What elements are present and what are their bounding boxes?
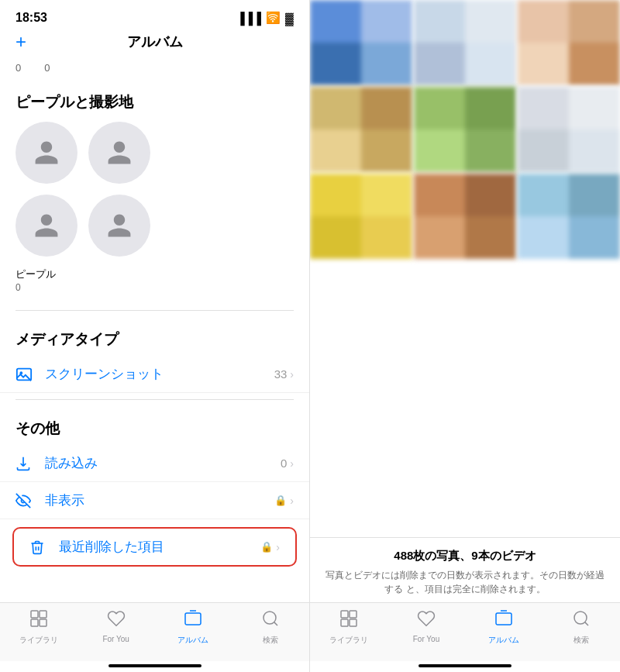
chevron-icon-hidden: ›	[290, 495, 294, 507]
screenshot-count: 33	[274, 367, 288, 381]
info-section: 488枚の写真、9本のビデオ 写真とビデオには削除までの日数が表示されます。その…	[310, 537, 620, 602]
hidden-right: 🔒 ›	[274, 495, 294, 507]
tab-library-right[interactable]: ライブラリ	[310, 609, 388, 646]
status-time: 18:53	[16, 11, 47, 25]
svg-rect-13	[350, 619, 356, 626]
status-bar: 18:53 ▐▐▐ 🛜 ▓	[0, 0, 309, 29]
screenshot-right: 33 ›	[274, 367, 294, 381]
album-label-right: アルバム	[488, 635, 519, 646]
section-other: その他	[0, 406, 309, 445]
library-label-left: ライブラリ	[19, 635, 58, 646]
person-icon-2	[105, 139, 133, 167]
right-tab-bar: ライブラリ For You アルバム 検索	[310, 602, 620, 661]
photo-count-desc: 写真とビデオには削除までの日数が表示されます。その日数が経過する と、項目は完全…	[322, 568, 608, 596]
tab-album-right[interactable]: アルバム	[465, 609, 542, 646]
avatar-2	[88, 122, 150, 184]
people-item-2[interactable]	[88, 122, 150, 184]
left-panel: 18:53 ▐▐▐ 🛜 ▓ + アルバム 0 0 ピープルと撮影地	[0, 0, 310, 672]
top-counts: 0 0	[0, 59, 309, 80]
home-indicator-left	[108, 664, 202, 667]
hidden-item[interactable]: 非表示 🔒 ›	[0, 482, 309, 519]
foryou-label-right: For You	[413, 635, 439, 643]
trash-icon	[29, 539, 51, 555]
people-item-3[interactable]	[16, 195, 78, 257]
tab-search-right[interactable]: 検索	[542, 609, 620, 646]
count-2: 0	[44, 62, 50, 74]
svg-rect-6	[40, 619, 46, 626]
chevron-icon-import: ›	[290, 457, 294, 470]
import-label: 読み込み	[45, 454, 281, 472]
hidden-icon	[16, 493, 37, 508]
tab-search-left[interactable]: 検索	[232, 609, 309, 646]
section-people-places: ピープルと撮影地	[0, 80, 309, 119]
people-item-1[interactable]	[16, 122, 78, 184]
divider-1	[16, 310, 294, 311]
chevron-icon-deleted: ›	[276, 541, 280, 553]
foryou-icon-left	[107, 609, 126, 632]
signal-icon: ▐▐▐	[236, 12, 261, 25]
battery-icon: ▓	[285, 12, 294, 25]
lock-icon-deleted: 🔒	[260, 541, 273, 553]
people-item-4[interactable]	[88, 195, 150, 257]
screenshot-label: スクリーンショット	[45, 365, 274, 383]
photo-cell-9	[518, 174, 620, 259]
photo-count-title: 488枚の写真、9本のビデオ	[322, 549, 608, 563]
import-right: 0 ›	[281, 457, 294, 470]
photo-cell-2	[414, 0, 516, 85]
person-icon-4	[105, 212, 133, 240]
album-icon-right	[494, 609, 513, 632]
import-count: 0	[281, 457, 287, 470]
count-1: 0	[16, 62, 21, 74]
section-media-type: メディアタイプ	[0, 317, 309, 356]
hidden-label: 非表示	[45, 491, 274, 509]
photo-cell-6	[518, 87, 620, 172]
svg-rect-7	[185, 613, 201, 625]
library-icon-right	[339, 609, 358, 632]
scroll-content: 0 0 ピープルと撮影地	[0, 59, 309, 602]
photo-cell-7	[310, 174, 412, 259]
people-grid	[0, 119, 309, 264]
foryou-icon-right	[417, 609, 436, 632]
recently-deleted-item[interactable]: 最近削除した項目 🔒 ›	[12, 527, 297, 567]
svg-rect-4	[40, 611, 46, 618]
svg-rect-11	[350, 611, 356, 618]
tab-foryou-right[interactable]: For You	[388, 609, 465, 646]
photo-cell-1	[310, 0, 412, 85]
search-label-left: 検索	[263, 635, 278, 646]
tab-library-left[interactable]: ライブラリ	[0, 609, 78, 646]
import-item[interactable]: 読み込み 0 ›	[0, 445, 309, 482]
photo-cell-8	[414, 174, 516, 259]
svg-point-15	[574, 612, 587, 624]
photo-cell-3	[518, 0, 620, 85]
screenshot-icon	[16, 366, 37, 383]
blurred-photo-grid	[310, 0, 620, 259]
album-label-left: アルバム	[177, 635, 208, 646]
library-icon-left	[29, 609, 48, 632]
add-button[interactable]: +	[16, 31, 26, 53]
foryou-label-left: For You	[102, 635, 129, 643]
tab-album-left[interactable]: アルバム	[155, 609, 232, 646]
screenshot-item[interactable]: スクリーンショット 33 ›	[0, 356, 309, 393]
recently-deleted-right: 🔒 ›	[260, 541, 280, 553]
avatar-4	[88, 195, 150, 257]
svg-rect-3	[31, 611, 38, 618]
right-panel: 488枚の写真、9本のビデオ 写真とビデオには削除までの日数が表示されます。その…	[310, 0, 620, 672]
people-label: ピープル	[16, 267, 294, 281]
svg-rect-12	[341, 619, 348, 626]
tab-foryou-left[interactable]: For You	[78, 609, 155, 646]
library-label-right: ライブラリ	[329, 635, 368, 646]
wifi-icon: 🛜	[266, 11, 281, 25]
photo-cell-4	[310, 87, 412, 172]
chevron-icon-screenshot: ›	[290, 368, 294, 381]
svg-rect-14	[496, 613, 512, 625]
divider-2	[16, 399, 294, 400]
people-count: 0	[16, 282, 294, 293]
home-indicator-right	[418, 664, 512, 667]
person-icon-3	[33, 212, 60, 240]
avatar-1	[16, 122, 78, 184]
photo-grid-area	[310, 0, 620, 537]
svg-line-9	[274, 622, 277, 625]
lock-icon-hidden: 🔒	[274, 495, 287, 506]
album-icon-left	[184, 609, 202, 632]
svg-line-16	[585, 622, 588, 625]
